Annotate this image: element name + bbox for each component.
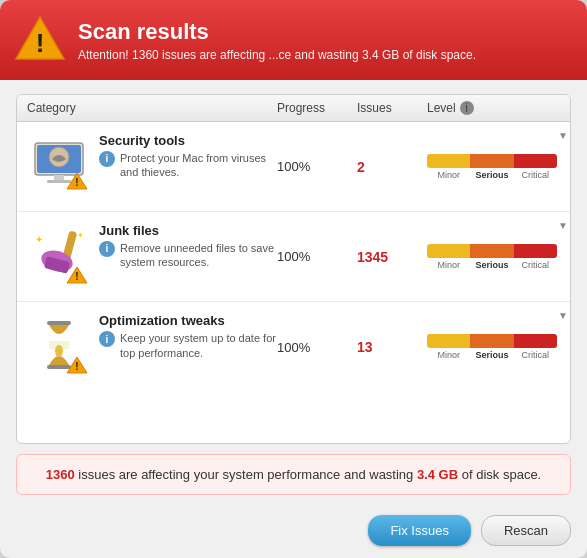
svg-text:!: ! <box>36 28 45 58</box>
row-dropdown-arrow-2[interactable]: ▼ <box>558 310 568 321</box>
table-row: ! Optimization tweaks i Keep your system… <box>17 302 570 392</box>
security-tools-info: Security tools i Protect your Mac from v… <box>99 133 277 181</box>
summary-text-after: of disk space. <box>458 467 541 482</box>
security-tools-title: Security tools <box>99 133 277 148</box>
level-critical-0: Critical <box>514 170 557 180</box>
summary-text-middle: issues are affecting your system perform… <box>75 467 417 482</box>
optimization-icon: ! <box>27 313 91 381</box>
table-row: ✦ ✦ ! Junk files i Remove unneeded files… <box>17 212 570 302</box>
svg-rect-16 <box>47 321 71 325</box>
category-cell: ! Security tools i Protect your Mac from… <box>27 133 277 201</box>
junk-level-bar: Minor Serious Critical <box>427 244 560 270</box>
optimization-desc: Keep your system up to date for top perf… <box>120 331 277 361</box>
svg-text:✦: ✦ <box>77 231 84 240</box>
level-minor-1: Minor <box>427 260 470 270</box>
security-tools-desc: Protect your Mac from viruses and thieve… <box>120 151 277 181</box>
category-cell: ! Optimization tweaks i Keep your system… <box>27 313 277 381</box>
table-header: Category Progress Issues Level i <box>17 95 570 122</box>
col-issues: Issues <box>357 101 427 115</box>
main-window: ! Scan results Attention! 1360 issues ar… <box>0 0 587 558</box>
level-info-icon[interactable]: i <box>460 101 474 115</box>
optimization-info: Optimization tweaks i Keep your system u… <box>99 313 277 361</box>
level-serious-2: Serious <box>470 350 513 360</box>
table-row: ! Security tools i Protect your Mac from… <box>17 122 570 212</box>
fix-issues-button[interactable]: Fix Issues <box>368 515 471 546</box>
junk-files-info: Junk files i Remove unneeded files to sa… <box>99 223 277 271</box>
header-subtitle: Attention! 1360 issues are affecting ...… <box>78 48 476 62</box>
junk-files-desc: Remove unneeded files to save system res… <box>120 241 277 271</box>
security-level-bar: Minor Serious Critical <box>427 154 560 180</box>
level-minor-2: Minor <box>427 350 470 360</box>
page-title: Scan results <box>78 19 476 45</box>
optimization-level-bar: Minor Serious Critical <box>427 334 560 360</box>
junk-progress: 100% <box>277 249 357 264</box>
level-critical-2: Critical <box>514 350 557 360</box>
security-progress: 100% <box>277 159 357 174</box>
summary-bar: 1360 issues are affecting your system pe… <box>16 454 571 495</box>
security-info-btn[interactable]: i <box>99 151 115 167</box>
junk-info-btn[interactable]: i <box>99 241 115 257</box>
row-dropdown-arrow-1[interactable]: ▼ <box>558 220 568 231</box>
level-serious-1: Serious <box>470 260 513 270</box>
svg-text:✦: ✦ <box>35 234 43 245</box>
junk-files-title: Junk files <box>99 223 277 238</box>
header-bar: ! Scan results Attention! 1360 issues ar… <box>0 0 587 80</box>
col-category: Category <box>27 101 277 115</box>
svg-point-19 <box>55 345 63 357</box>
junk-files-icon: ✦ ✦ ! <box>27 223 91 291</box>
summary-count: 1360 <box>46 467 75 482</box>
col-progress: Progress <box>277 101 357 115</box>
row-dropdown-arrow-0[interactable]: ▼ <box>558 130 568 141</box>
footer: Fix Issues Rescan <box>0 505 587 558</box>
optimization-info-btn[interactable]: i <box>99 331 115 347</box>
svg-text:!: ! <box>75 271 78 282</box>
optimization-title: Optimization tweaks <box>99 313 277 328</box>
scan-results-table: Category Progress Issues Level i <box>16 94 571 444</box>
security-tools-icon: ! <box>27 133 91 201</box>
svg-text:!: ! <box>75 177 78 188</box>
col-level: Level i <box>427 101 560 115</box>
optimization-progress: 100% <box>277 340 357 355</box>
svg-rect-17 <box>47 365 71 369</box>
junk-issues: 1345 <box>357 249 427 265</box>
category-cell: ✦ ✦ ! Junk files i Remove unneeded files… <box>27 223 277 291</box>
rescan-button[interactable]: Rescan <box>481 515 571 546</box>
summary-gb: 3.4 GB <box>417 467 458 482</box>
main-content: Category Progress Issues Level i <box>0 80 587 505</box>
svg-rect-6 <box>47 180 71 183</box>
level-minor-0: Minor <box>427 170 470 180</box>
warning-icon: ! <box>14 14 66 66</box>
header-text: Scan results Attention! 1360 issues are … <box>78 19 476 62</box>
level-critical-1: Critical <box>514 260 557 270</box>
security-issues: 2 <box>357 159 427 175</box>
optimization-issues: 13 <box>357 339 427 355</box>
svg-text:!: ! <box>75 361 78 372</box>
level-serious-0: Serious <box>470 170 513 180</box>
